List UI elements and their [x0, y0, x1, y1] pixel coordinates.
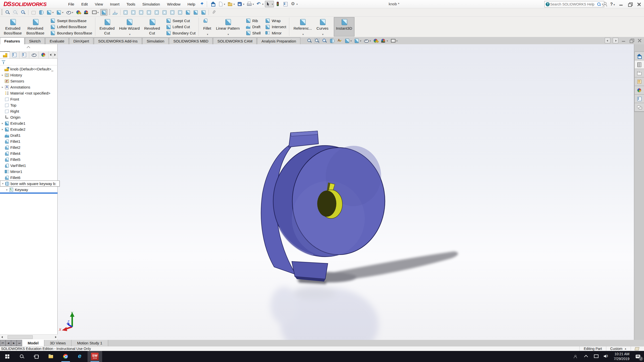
tab-property-manager[interactable] [10, 51, 20, 58]
panel-tab-scroll-left[interactable] [49, 51, 53, 58]
tree-item[interactable]: Mirror1 [0, 168, 58, 174]
command-tab[interactable]: SOLIDWORKS Add-Ins [94, 37, 142, 44]
task-pane-tab[interactable] [635, 60, 644, 69]
quick-access-button[interactable] [290, 1, 299, 7]
expand-arrow-icon[interactable]: ▸ [5, 188, 9, 191]
expand-arrow-icon[interactable]: ▸ [0, 128, 4, 131]
task-pane-tab[interactable] [635, 77, 644, 86]
ribbon-stack-button[interactable]: Shell [245, 30, 262, 36]
ribbon-stack-button[interactable]: Swept Cut [165, 18, 197, 24]
tree-item[interactable]: Origin [0, 114, 58, 120]
tree-item[interactable]: Top [0, 102, 58, 108]
ribbon-button[interactable]: Revolved Cut [142, 17, 162, 36]
view-toolbar-button[interactable] [75, 9, 82, 16]
view-toolbar-button[interactable] [122, 9, 129, 16]
ribbon-stack-button[interactable]: Wrap [264, 18, 288, 24]
view-toolbar-button[interactable] [91, 9, 100, 16]
tree-item[interactable]: Front [0, 96, 58, 102]
heads-up-button[interactable] [306, 38, 312, 43]
heads-up-button[interactable] [337, 38, 343, 43]
heads-up-button[interactable] [380, 38, 388, 43]
menu-item[interactable]: Insert [107, 1, 123, 7]
tree-item[interactable]: ▾ bore with square keyway b: [0, 180, 60, 187]
document-tab[interactable]: Model [22, 340, 44, 346]
task-pane-tab[interactable] [635, 86, 644, 95]
ribbon-button[interactable]: Curves [314, 17, 331, 36]
view-toolbar-button[interactable] [46, 9, 55, 16]
view-toolbar-button[interactable] [12, 9, 19, 16]
tree-item[interactable]: ▸ Keyway [0, 187, 58, 193]
command-tab[interactable]: Sketch [25, 37, 45, 44]
doc-close-button[interactable] [637, 38, 642, 43]
tray-button[interactable] [601, 351, 611, 362]
panel-tab-scroll-right[interactable] [53, 51, 58, 58]
ribbon-stack-button[interactable]: Rib [245, 18, 262, 24]
tree-item[interactable]: ▸ Annotations [0, 84, 58, 90]
tree-item[interactable]: Fillet4 [0, 150, 58, 156]
taskbar-clock[interactable]: 10:21 AM 7/29/2019 [611, 352, 632, 361]
login-user-icon[interactable] [602, 2, 607, 6]
action-center-button[interactable]: 2 [632, 351, 644, 362]
ribbon-stack-button[interactable]: Lofted Cut [165, 24, 197, 30]
view-toolbar-button[interactable] [55, 9, 64, 16]
heads-up-button[interactable] [329, 38, 335, 43]
view-toolbar-button[interactable] [1, 9, 3, 15]
heads-up-button[interactable] [344, 38, 352, 43]
heads-up-button[interactable] [354, 38, 362, 43]
view-toolbar-button[interactable] [138, 9, 145, 16]
quick-access-button[interactable] [236, 1, 245, 7]
task-pane-tab[interactable] [635, 69, 644, 77]
view-toolbar-button[interactable] [4, 9, 11, 16]
collapse-right-icon[interactable] [613, 38, 618, 43]
ribbon-button[interactable]: Linear Pattern [214, 17, 242, 36]
minimize-button[interactable] [618, 2, 624, 7]
tree-item[interactable]: knob (Default<<Default>_ [0, 66, 58, 72]
ribbon-stack-button[interactable]: Mirror [264, 30, 288, 36]
tree-item[interactable]: Fillet5 [0, 156, 58, 162]
task-pane-tab[interactable] [635, 95, 644, 103]
rollback-bar[interactable] [0, 193, 58, 194]
menu-item[interactable]: Window [164, 1, 183, 7]
quick-access-button[interactable] [246, 1, 255, 7]
view-toolbar-button[interactable] [100, 9, 107, 16]
ribbon-button[interactable]: Extruded Cut [97, 17, 117, 36]
collapse-left-icon[interactable] [605, 38, 610, 43]
quick-access-button[interactable] [217, 1, 226, 7]
expand-arrow-icon[interactable]: ▸ [0, 85, 4, 89]
prev-tab-icon[interactable]: ◀ [6, 340, 11, 346]
taskbar-button[interactable] [15, 351, 29, 362]
taskbar-button[interactable] [73, 351, 88, 362]
ribbon-button[interactable]: Hole Wizard [117, 17, 142, 36]
menu-item[interactable]: Edit [78, 1, 91, 7]
task-pane-tab[interactable] [635, 52, 644, 60]
view-toolbar-button[interactable] [169, 9, 176, 16]
tray-button[interactable] [591, 351, 601, 362]
menu-item[interactable]: Help [184, 1, 198, 7]
ribbon-button[interactable]: Extruded Boss/Base [2, 17, 24, 36]
panel-collapse-icon[interactable] [27, 46, 30, 48]
heads-up-button[interactable] [373, 38, 379, 43]
command-tab[interactable]: Evaluate [45, 37, 68, 44]
quick-access-button[interactable] [282, 1, 289, 7]
ribbon-stack-button[interactable]: Draft [245, 24, 262, 30]
document-tab[interactable]: 3D Views [44, 340, 71, 346]
view-toolbar-button[interactable] [120, 10, 120, 15]
units-selector[interactable]: Custom▲ [606, 346, 631, 351]
scroll-right-icon[interactable] [54, 335, 58, 339]
tree-item[interactable]: ▸ History [0, 72, 58, 78]
search-icon[interactable] [597, 2, 601, 6]
ribbon-stack-button[interactable]: Intersect [264, 24, 288, 30]
heads-up-button[interactable] [390, 38, 398, 43]
tree-item[interactable]: ▸ Extrude1 [0, 120, 58, 126]
quick-access-button[interactable] [227, 1, 236, 7]
doc-minimize-button[interactable] [621, 38, 626, 43]
taskbar-button[interactable] [29, 351, 44, 362]
view-toolbar-button[interactable] [130, 9, 137, 16]
quick-access-button[interactable] [274, 1, 281, 7]
ribbon-button[interactable]: Revolved Boss/Base [24, 17, 47, 36]
expand-arrow-icon[interactable]: ▾ [0, 182, 4, 185]
view-toolbar-button[interactable] [38, 9, 45, 16]
view-toolbar-button[interactable] [209, 10, 209, 15]
tree-item[interactable]: Fillet6 [0, 174, 58, 180]
taskbar-button[interactable] [0, 351, 15, 362]
